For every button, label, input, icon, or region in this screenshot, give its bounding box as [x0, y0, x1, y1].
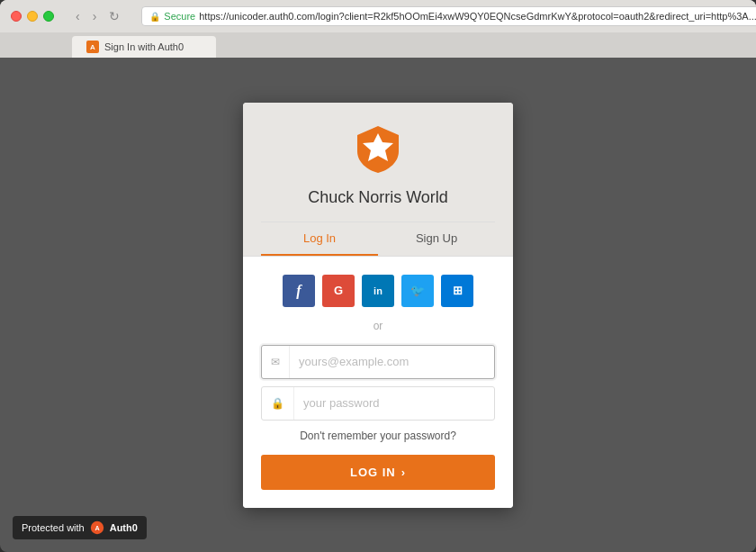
- address-bar[interactable]: 🔒 Secure https://unicoder.auth0.com/logi…: [141, 6, 756, 26]
- email-input[interactable]: [290, 348, 494, 376]
- traffic-lights: [11, 11, 54, 22]
- auth-tabs: Log In Sign Up: [261, 222, 495, 256]
- secure-label: Secure: [164, 11, 195, 22]
- auth-card: Chuck Norris World Log In Sign Up f G: [243, 103, 513, 508]
- title-bar: ‹ › ↻ 🔒 Secure https://unicoder.auth0.co…: [0, 0, 756, 58]
- google-icon: G: [334, 284, 343, 297]
- forward-button[interactable]: ›: [89, 7, 101, 25]
- minimize-button[interactable]: [27, 11, 38, 22]
- svg-text:A: A: [90, 43, 95, 51]
- back-button[interactable]: ‹: [72, 7, 84, 25]
- auth0-logo-icon: A: [90, 520, 104, 535]
- tab-signup[interactable]: Sign Up: [378, 222, 495, 256]
- app-title: Chuck Norris World: [261, 188, 495, 207]
- password-input-group: 🔒: [261, 386, 495, 421]
- linkedin-login-button[interactable]: in: [362, 275, 394, 307]
- facebook-login-button[interactable]: f: [283, 275, 315, 307]
- lock-icon: 🔒: [262, 387, 294, 420]
- linkedin-icon: in: [374, 285, 382, 296]
- close-button[interactable]: [11, 11, 22, 22]
- svg-text:A: A: [94, 524, 99, 532]
- windows-icon: ⊞: [453, 284, 463, 297]
- google-login-button[interactable]: G: [322, 275, 355, 307]
- social-buttons: f G in 🐦 ⊞: [261, 275, 495, 307]
- or-divider: or: [261, 320, 495, 332]
- app-logo: [356, 124, 400, 174]
- url-text: https://unicoder.auth0.com/login?client=…: [199, 11, 756, 22]
- reload-button[interactable]: ↻: [105, 7, 123, 25]
- auth0-badge: Protected with A Auth0: [13, 516, 147, 539]
- email-icon: ✉: [262, 346, 290, 378]
- tab-strip: A Sign In with Auth0: [0, 32, 756, 58]
- login-button-label: LOG IN: [350, 466, 396, 479]
- twitter-login-button[interactable]: 🐦: [401, 275, 434, 307]
- tab-login[interactable]: Log In: [261, 222, 378, 256]
- chevron-right-icon: ›: [401, 466, 406, 479]
- auth0-label: Auth0: [110, 522, 138, 533]
- card-body: f G in 🐦 ⊞ or: [243, 257, 513, 508]
- card-header: Chuck Norris World Log In Sign Up: [243, 103, 513, 257]
- active-tab[interactable]: A Sign In with Auth0: [72, 36, 216, 58]
- facebook-icon: f: [296, 283, 301, 299]
- windows-login-button[interactable]: ⊞: [441, 275, 473, 307]
- email-input-group: ✉: [261, 345, 495, 379]
- maximize-button[interactable]: [43, 11, 54, 22]
- twitter-icon: 🐦: [410, 284, 425, 297]
- protected-text: Protected with: [22, 522, 85, 533]
- nav-buttons: ‹ › ↻: [72, 7, 123, 25]
- tab-favicon: A: [86, 41, 99, 53]
- browser-content: Chuck Norris World Log In Sign Up f G: [0, 58, 756, 552]
- login-button[interactable]: LOG IN ›: [261, 455, 495, 490]
- tab-title: Sign In with Auth0: [104, 41, 184, 52]
- forgot-password-link[interactable]: Don't remember your password?: [261, 430, 495, 442]
- lock-icon: 🔒: [149, 12, 160, 22]
- password-input[interactable]: [294, 389, 494, 417]
- browser-window: ‹ › ↻ 🔒 Secure https://unicoder.auth0.co…: [0, 0, 756, 552]
